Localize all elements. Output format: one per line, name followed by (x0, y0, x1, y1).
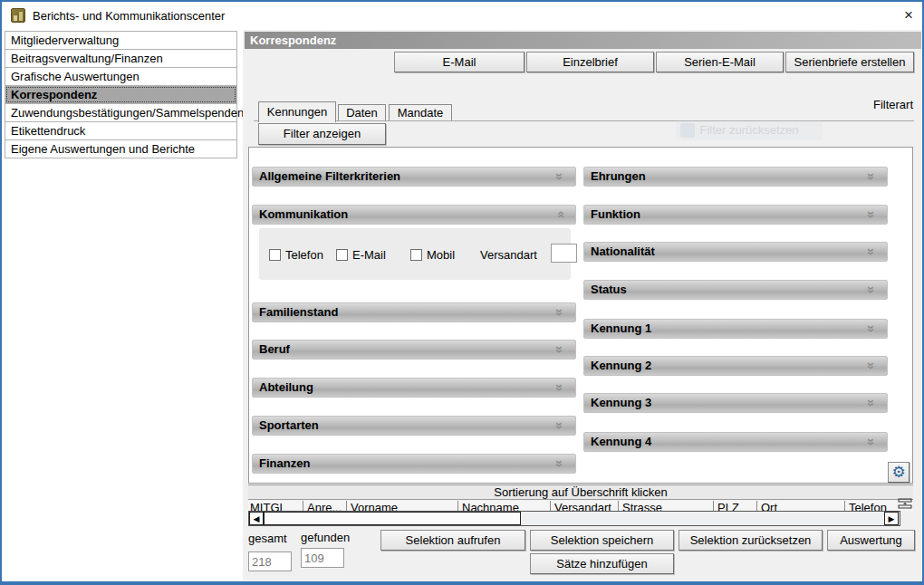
table-header-row: MITGL Anre... Vorname Nachname Versandar… (248, 501, 913, 511)
tab-mandate[interactable]: Mandate (389, 104, 452, 120)
section-funktion[interactable]: Funktion » (583, 205, 888, 225)
sidebar-item-grafische-auswertungen[interactable]: Grafische Auswertungen (5, 67, 237, 86)
sidebar-item-zuwendungsbestaetigungen[interactable]: Zuwendungsbestätigungen/Sammelspenden (5, 103, 237, 122)
email-checkbox[interactable] (336, 249, 348, 261)
section-kennung-3[interactable]: Kennung 3 » (583, 393, 888, 413)
section-nationalitaet[interactable]: Nationalität » (583, 242, 888, 262)
section-kennung-1[interactable]: Kennung 1 » (583, 319, 888, 339)
telefon-label: Telefon (285, 248, 323, 262)
chevron-down-icon: » (868, 242, 882, 262)
tab-kennungen[interactable]: Kennungen (258, 101, 336, 122)
gefunden-label: gefunden (301, 531, 350, 544)
column-header-anrede[interactable]: Anre... (307, 501, 342, 511)
section-kennung-2[interactable]: Kennung 2 » (583, 356, 888, 376)
sidebar-item-beitragsverwaltung[interactable]: Beitragsverwaltung/Finanzen (5, 49, 237, 68)
column-header-vorname[interactable]: Vorname (351, 501, 398, 511)
sidebar-item-etikettendruck[interactable]: Etikettendruck (5, 121, 237, 140)
chevron-down-icon: » (868, 205, 882, 225)
serienbriefe-button[interactable]: Serienbriefe erstellen (785, 52, 914, 72)
gesamt-label: gesamt (248, 532, 287, 545)
filterart-label: Filterart (853, 98, 913, 111)
section-ehrungen[interactable]: Ehrungen » (583, 167, 888, 187)
section-abteilung[interactable]: Abteilung » (252, 378, 576, 398)
section-beruf[interactable]: Beruf » (252, 340, 576, 360)
einzelbrief-button[interactable]: Einzelbrief (526, 52, 654, 72)
chevron-up-icon: » (556, 205, 571, 225)
column-header-mitgl[interactable]: MITGL (250, 501, 286, 511)
chevron-down-icon: » (868, 319, 882, 339)
chevron-down-icon: » (868, 393, 882, 413)
section-status[interactable]: Status » (583, 280, 888, 300)
column-header-ort[interactable]: Ort (761, 501, 777, 511)
column-header-nachname[interactable]: Nachname (462, 501, 519, 511)
section-sportarten[interactable]: Sportarten » (252, 416, 576, 436)
scroll-left-icon[interactable]: ◀ (249, 512, 264, 525)
column-header-telefon[interactable]: Telefon (849, 501, 887, 511)
chevron-down-icon: » (868, 280, 882, 300)
chevron-down-icon: » (556, 416, 571, 436)
section-finanzen[interactable]: Finanzen » (252, 454, 576, 474)
column-header-versandart[interactable]: Versandart (554, 501, 611, 511)
sidebar-item-mitgliederverwaltung[interactable]: Mitgliederverwaltung (5, 31, 237, 50)
sidebar-item-eigene-auswertungen[interactable]: Eigene Auswertungen und Berichte (5, 139, 237, 158)
mobil-checkbox[interactable] (410, 249, 422, 261)
versandart-label: Versandart (480, 248, 537, 262)
email-label: E-Mail (352, 248, 386, 262)
column-chooser-icon[interactable] (898, 498, 912, 510)
ghost-button-icon (680, 123, 695, 138)
telefon-checkbox[interactable] (269, 249, 281, 261)
gear-icon: ⚙ (891, 463, 905, 482)
title-bar[interactable]: Berichts- und Kommunikationscenter × (2, 2, 922, 29)
chevron-down-icon: » (868, 167, 882, 187)
chevron-down-icon: » (556, 302, 571, 322)
saetze-hinzufuegen-button[interactable]: Sätze hinzufügen (530, 553, 674, 574)
chevron-down-icon: » (868, 432, 882, 452)
chevron-down-icon: » (556, 340, 571, 360)
auswertung-button[interactable]: Auswertung (827, 530, 915, 551)
column-header-plz[interactable]: PLZ (717, 501, 739, 511)
sort-hint-bar: Sortierung auf Überschrift klicken (248, 484, 913, 500)
filter-zuruecksetzen-ghost-button: Filter zurücksetzen (676, 120, 823, 140)
column-header-strasse[interactable]: Strasse (622, 501, 662, 511)
sidebar: Mitgliederverwaltung Beitragsverwaltung/… (5, 31, 237, 581)
selektion-zuruecksetzen-button[interactable]: Selektion zurücksetzen (679, 530, 823, 551)
section-familienstand[interactable]: Familienstand » (252, 302, 576, 322)
chevron-down-icon: » (868, 356, 882, 376)
versandart-input[interactable] (551, 244, 577, 263)
section-allgemeine-filterkriterien[interactable]: Allgemeine Filterkriterien » (252, 167, 576, 187)
serien-email-button[interactable]: Serien-E-Mail (656, 52, 784, 72)
app-window: Berichts- und Kommunikationscenter × Mit… (0, 0, 924, 585)
tab-daten[interactable]: Daten (338, 104, 386, 120)
selektion-aufrufen-button[interactable]: Selektion aufrufen (380, 530, 525, 551)
settings-button[interactable]: ⚙ (888, 462, 910, 483)
app-icon (11, 8, 25, 23)
selektion-speichern-button[interactable]: Selektion speichern (530, 530, 674, 551)
panel-title: Korrespondenz (245, 32, 921, 49)
chevron-down-icon: » (556, 167, 571, 187)
gefunden-value-field[interactable] (301, 548, 344, 568)
section-kommunikation[interactable]: Kommunikation » (252, 205, 576, 225)
section-kennung-4[interactable]: Kennung 4 » (583, 432, 888, 452)
scroll-right-icon[interactable]: ▶ (884, 512, 899, 525)
horizontal-scrollbar[interactable]: ◀ ▶ (248, 511, 900, 526)
window-title: Berichts- und Kommunikationscenter (33, 9, 225, 23)
mobil-label: Mobil (427, 248, 455, 262)
chevron-down-icon: » (556, 454, 571, 474)
email-button[interactable]: E-Mail (394, 52, 525, 72)
gesamt-value-field[interactable] (248, 551, 292, 571)
filter-anzeigen-button[interactable]: Filter anzeigen (258, 123, 386, 145)
scrollbar-thumb[interactable] (264, 512, 521, 525)
sidebar-item-korrespondenz[interactable]: Korrespondenz (5, 85, 237, 104)
close-icon[interactable]: × (897, 5, 920, 26)
chevron-down-icon: » (556, 378, 571, 398)
